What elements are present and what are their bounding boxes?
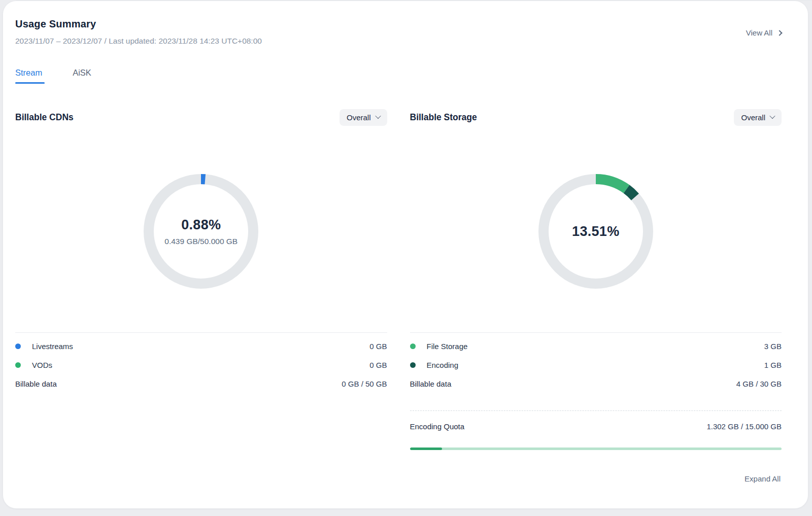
chevron-down-icon (375, 113, 381, 119)
livestreams-dot-icon (15, 343, 21, 349)
legend-item-file-storage: File Storage 3 GB (410, 337, 782, 356)
cdns-donut-chart: 0.88% 0.439 GB/50.000 GB (144, 174, 258, 289)
storage-overall-dropdown[interactable]: Overall (734, 109, 782, 126)
header-text-block: Usage Summary 2023/11/07 – 2023/12/07 / … (15, 18, 262, 46)
file-storage-dot-icon (410, 343, 416, 349)
panel-cdns-title: Billable CDNs (15, 112, 74, 123)
cdns-legend: Livestreams 0 GB VODs 0 GB Billable data… (15, 337, 387, 393)
cdns-donut-center: 0.88% 0.439 GB/50.000 GB (144, 174, 258, 289)
legend-value: 1 GB (764, 361, 782, 369)
expand-all-button[interactable]: Expand All (745, 474, 781, 483)
vods-dot-icon (15, 362, 21, 368)
cdns-billable-data-row: Billable data 0 GB / 50 GB (15, 374, 387, 393)
tab-stream[interactable]: Stream (15, 68, 42, 84)
panel-billable-storage: Billable Storage Overall 13.51% (410, 109, 782, 450)
panel-billable-cdns: Billable CDNs Overall 0.88% 0.439 GB/50.… (15, 109, 387, 450)
encoding-quota-progress-bar (410, 448, 782, 450)
storage-legend: File Storage 3 GB Encoding 1 GB Billable… (410, 337, 782, 393)
storage-overall-label: Overall (741, 113, 765, 122)
billable-data-value: 4 GB / 30 GB (736, 380, 782, 388)
storage-billable-data-row: Billable data 4 GB / 30 GB (410, 374, 782, 393)
legend-item-livestreams: Livestreams 0 GB (15, 337, 387, 356)
tab-bar: Stream AiSK (15, 68, 782, 84)
cdns-overall-label: Overall (347, 113, 371, 122)
view-all-button[interactable]: View All (746, 28, 782, 37)
cdns-legend-divider (15, 332, 387, 333)
storage-donut-center: 13.51% (538, 174, 653, 289)
usage-summary-page: Usage Summary 2023/11/07 – 2023/12/07 / … (0, 0, 812, 516)
storage-legend-divider (410, 332, 782, 333)
encoding-quota-row: Encoding Quota 1.302 GB / 15.000 GB (410, 422, 782, 431)
encoding-dot-icon (410, 362, 416, 368)
legend-label: VODs (32, 361, 52, 369)
billable-data-label: Billable data (410, 380, 452, 388)
cdns-percent-label: 0.88% (181, 217, 221, 233)
panel-storage-header: Billable Storage Overall (410, 109, 782, 126)
legend-item-vods: VODs 0 GB (15, 356, 387, 374)
legend-label: File Storage (427, 342, 468, 351)
encoding-quota-value: 1.302 GB / 15.000 GB (706, 422, 782, 431)
legend-value: 0 GB (369, 361, 387, 369)
cdns-usage-label: 0.439 GB/50.000 GB (164, 237, 238, 246)
panel-cdns-header: Billable CDNs Overall (15, 109, 387, 126)
tab-aisk[interactable]: AiSK (73, 68, 91, 84)
legend-value: 0 GB (369, 342, 387, 351)
storage-donut-chart: 13.51% (538, 174, 653, 289)
page-title: Usage Summary (15, 18, 262, 30)
legend-item-encoding: Encoding 1 GB (410, 356, 782, 374)
billable-data-value: 0 GB / 50 GB (342, 380, 387, 388)
usage-summary-card: Usage Summary 2023/11/07 – 2023/12/07 / … (3, 1, 808, 508)
encoding-quota-label: Encoding Quota (410, 422, 465, 431)
view-all-label: View All (746, 28, 772, 37)
panels-row: Billable CDNs Overall 0.88% 0.439 GB/50.… (15, 109, 782, 450)
chevron-down-icon (769, 113, 775, 119)
chevron-right-icon (776, 30, 782, 36)
panel-storage-title: Billable Storage (410, 112, 477, 123)
encoding-quota-progress-fill (410, 448, 443, 450)
legend-label: Livestreams (32, 342, 73, 351)
legend-value: 3 GB (764, 342, 782, 351)
date-range: 2023/11/07 – 2023/12/07 / Last updated: … (15, 37, 262, 46)
storage-percent-label: 13.51% (572, 224, 619, 239)
cdns-overall-dropdown[interactable]: Overall (340, 109, 387, 126)
legend-label: Encoding (427, 361, 459, 369)
billable-data-label: Billable data (15, 380, 57, 388)
encoding-quota-divider (410, 410, 782, 411)
card-header: Usage Summary 2023/11/07 – 2023/12/07 / … (15, 18, 782, 46)
